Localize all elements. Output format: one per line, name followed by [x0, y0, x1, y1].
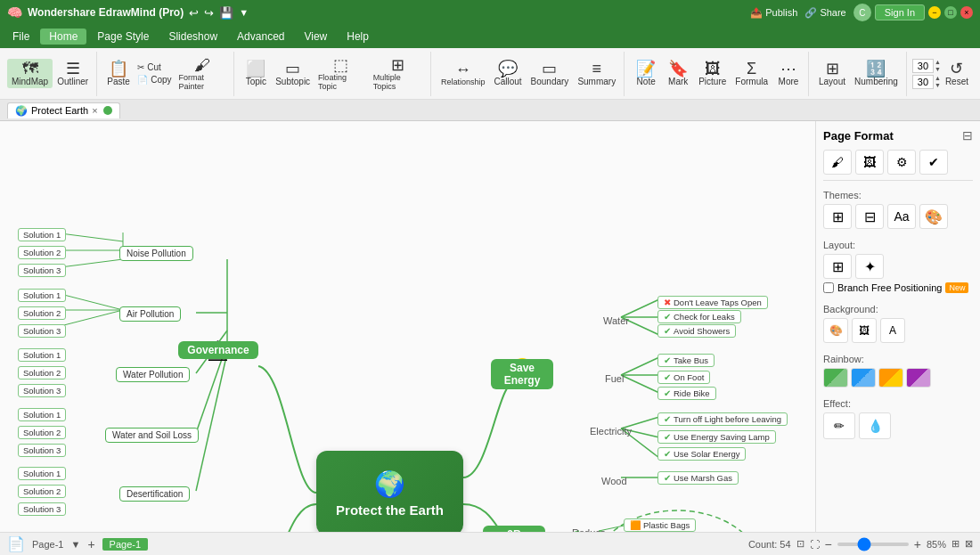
- tab-close-button[interactable]: ×: [92, 105, 97, 116]
- turn-off-light-item[interactable]: ✔ Turn off Light before Leaving: [657, 412, 788, 426]
- cut-button[interactable]: ✂ Cut: [135, 61, 174, 73]
- water-soil-loss-topic[interactable]: Water and Soil Loss: [105, 428, 199, 443]
- more-button[interactable]: ⋯ More: [772, 59, 804, 88]
- take-bus-item[interactable]: ✔ Take Bus: [657, 354, 715, 367]
- active-page-tab[interactable]: Page-1: [102, 538, 148, 551]
- share-btn[interactable]: 🔗 Share: [804, 7, 845, 19]
- fit-page-icon[interactable]: ⊡: [796, 538, 804, 550]
- bg-color-icon[interactable]: 🎨: [823, 318, 848, 343]
- save-energy-topic[interactable]: Save Energy: [491, 359, 553, 389]
- rainbow-btn-1[interactable]: [823, 368, 848, 388]
- user-avatar[interactable]: C: [853, 4, 871, 21]
- effect-pencil-icon[interactable]: ✏: [823, 412, 855, 439]
- layout-tree-icon[interactable]: ✦: [855, 254, 884, 279]
- electricity-label[interactable]: Electricity: [584, 424, 638, 438]
- layout-button[interactable]: ⊞ Layout: [814, 59, 850, 88]
- air-sol3[interactable]: Solution 3: [18, 324, 66, 338]
- panel-check-icon[interactable]: ✔: [919, 150, 948, 175]
- noise-sol2[interactable]: Solution 2: [18, 246, 66, 259]
- theme-grid-icon[interactable]: ⊞: [823, 204, 852, 229]
- boundary-button[interactable]: ▭ Boundary: [527, 59, 574, 88]
- reduce-label[interactable]: Reduce: [566, 526, 612, 532]
- on-foot-item[interactable]: ✔ On Foot: [657, 371, 710, 384]
- solar-energy-item[interactable]: ✔ Use Solar Energy: [657, 447, 746, 461]
- soilloss-sol1[interactable]: Solution 1: [18, 408, 66, 421]
- layout-radial-icon[interactable]: ⊞: [823, 254, 852, 279]
- avoid-showers-item[interactable]: ✔ Avoid Showers: [657, 324, 736, 338]
- copy-button[interactable]: 📄 Copy: [135, 74, 174, 86]
- water-pollution-topic[interactable]: Water Pollution: [116, 367, 190, 382]
- soilloss-sol2[interactable]: Solution 2: [18, 426, 66, 439]
- zoom-in-icon[interactable]: +: [914, 537, 921, 551]
- floating-topic-button[interactable]: ⬚ Floating Topic: [314, 55, 369, 93]
- add-page-button[interactable]: +: [87, 537, 94, 551]
- energy-saving-lamp-item[interactable]: ✔ Use Energy Saving Lamp: [657, 430, 776, 444]
- zoom-slider[interactable]: [837, 543, 909, 546]
- numbering-button[interactable]: 🔢 Numbering: [850, 59, 902, 88]
- note-button[interactable]: 📝 Note: [630, 59, 662, 88]
- desert-sol3[interactable]: Solution 3: [18, 502, 66, 516]
- toolbar-more[interactable]: ▼: [239, 7, 249, 18]
- noise-pollution-topic[interactable]: Noise Pollution: [119, 246, 193, 261]
- menu-help[interactable]: Help: [338, 29, 378, 45]
- noise-sol3[interactable]: Solution 3: [18, 264, 66, 277]
- callout-button[interactable]: 💬 Callout: [489, 59, 526, 88]
- soilloss-sol3[interactable]: Solution 3: [18, 444, 66, 457]
- waterpol-sol2[interactable]: Solution 2: [18, 366, 66, 380]
- format-painter-button[interactable]: 🖌 Format Painter: [175, 55, 231, 93]
- rainbow-btn-3[interactable]: [878, 368, 903, 388]
- fullscreen-icon[interactable]: ⛶: [810, 539, 820, 550]
- panel-image-icon[interactable]: 🖼: [855, 150, 884, 175]
- outliner-button[interactable]: ☰ Outliner: [53, 59, 93, 88]
- relationship-button[interactable]: ↔ Relationship: [437, 60, 490, 88]
- menu-file[interactable]: File: [4, 29, 38, 45]
- paste-button[interactable]: 📋 Paste: [102, 59, 135, 88]
- publish-btn[interactable]: 📤 Publish: [750, 7, 797, 19]
- plastic-bags-item[interactable]: 🟧 Plastic Bags: [624, 518, 696, 532]
- noise-sol1[interactable]: Solution 1: [18, 228, 66, 241]
- page-selector[interactable]: Page-1: [32, 539, 63, 550]
- panel-settings-icon[interactable]: ⚙: [887, 150, 916, 175]
- menu-advanced[interactable]: Advanced: [228, 29, 293, 45]
- theme-color-icon[interactable]: 🎨: [919, 204, 948, 229]
- rainbow-btn-2[interactable]: [851, 368, 876, 388]
- maximize-button[interactable]: □: [944, 6, 957, 19]
- close-button[interactable]: ×: [960, 6, 973, 19]
- summary-button[interactable]: ≡ Summary: [573, 59, 620, 88]
- marsh-gas-item[interactable]: ✔ Use Marsh Gas: [657, 471, 739, 485]
- bg-text-icon[interactable]: A: [880, 318, 905, 343]
- air-sol1[interactable]: Solution 1: [18, 289, 66, 302]
- menu-view[interactable]: View: [295, 29, 336, 45]
- fit-width-icon[interactable]: ⊞: [951, 538, 960, 550]
- toolbar-redo[interactable]: ↪: [204, 6, 214, 20]
- mark-button[interactable]: 🔖 Mark: [662, 59, 694, 88]
- fuel-label[interactable]: Fuel: [599, 371, 630, 386]
- page-dropdown[interactable]: ▼: [70, 539, 80, 550]
- minimize-button[interactable]: −: [928, 6, 941, 19]
- formula-button[interactable]: Σ Formula: [731, 59, 772, 88]
- 3r-topic[interactable]: 3R: [483, 526, 545, 532]
- menu-home[interactable]: Home: [40, 29, 86, 45]
- full-view-icon[interactable]: ⊠: [965, 538, 973, 550]
- theme-list-icon[interactable]: ⊟: [855, 204, 884, 229]
- multiple-topics-button[interactable]: ⊞ Multiple Topics: [369, 55, 427, 93]
- topic-button[interactable]: ⬜ Topic: [240, 59, 272, 88]
- subtopic-button[interactable]: ▭ Subtopic: [272, 59, 313, 88]
- air-pollution-topic[interactable]: Air Pollution: [119, 306, 181, 322]
- bg-image-icon[interactable]: 🖼: [852, 318, 877, 343]
- waterpol-sol3[interactable]: Solution 3: [18, 384, 66, 397]
- toolbar-undo[interactable]: ↩: [189, 6, 199, 20]
- desertification-topic[interactable]: Desertification: [119, 486, 190, 502]
- menu-slideshow[interactable]: Slideshow: [159, 29, 226, 45]
- governance-topic[interactable]: Governance: [178, 341, 257, 359]
- sign-in-button[interactable]: Sign In: [875, 4, 925, 20]
- zoom-out-icon[interactable]: −: [825, 537, 832, 551]
- check-leaks-item[interactable]: ✔ Check for Leaks: [657, 310, 741, 323]
- canvas[interactable]: 🌍 Protect the Earth 🏛 Governance Noise P…: [0, 121, 815, 532]
- waterpol-sol1[interactable]: Solution 1: [18, 348, 66, 362]
- central-topic[interactable]: 🌍 Protect the Earth: [316, 451, 463, 532]
- reset-button[interactable]: ↺ Reset: [941, 59, 973, 88]
- picture-button[interactable]: 🖼 Picture: [694, 59, 731, 88]
- panel-brush-icon[interactable]: 🖌: [823, 150, 852, 175]
- water-label[interactable]: Water: [597, 314, 635, 328]
